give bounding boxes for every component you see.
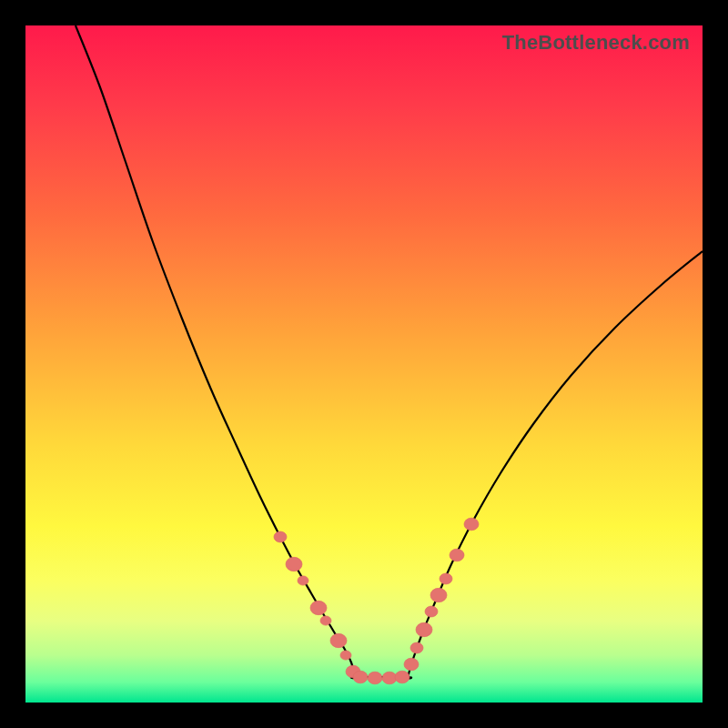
data-dot: [450, 549, 464, 561]
curve-left: [76, 25, 408, 678]
chart-frame: TheBottleneck.com: [0, 0, 728, 728]
curve-right: [355, 251, 703, 678]
data-dot: [320, 616, 331, 625]
data-dot: [410, 642, 423, 653]
data-dot: [404, 658, 419, 671]
plot-area: TheBottleneck.com: [25, 25, 703, 703]
data-dot: [286, 557, 302, 571]
data-dot: [298, 576, 308, 585]
data-dot: [340, 651, 351, 660]
data-dot: [425, 606, 438, 617]
data-dot: [440, 573, 452, 584]
data-dot: [395, 671, 410, 683]
data-dot: [274, 531, 287, 542]
data-dot: [430, 588, 447, 602]
data-dot: [310, 601, 327, 614]
data-dot: [382, 672, 397, 684]
data-dot: [353, 671, 368, 683]
data-dot: [330, 633, 347, 647]
chart-curves: [25, 25, 703, 703]
data-dot: [464, 518, 479, 531]
data-dot: [416, 622, 432, 636]
dot-group: [274, 518, 479, 684]
data-dot: [368, 672, 382, 684]
